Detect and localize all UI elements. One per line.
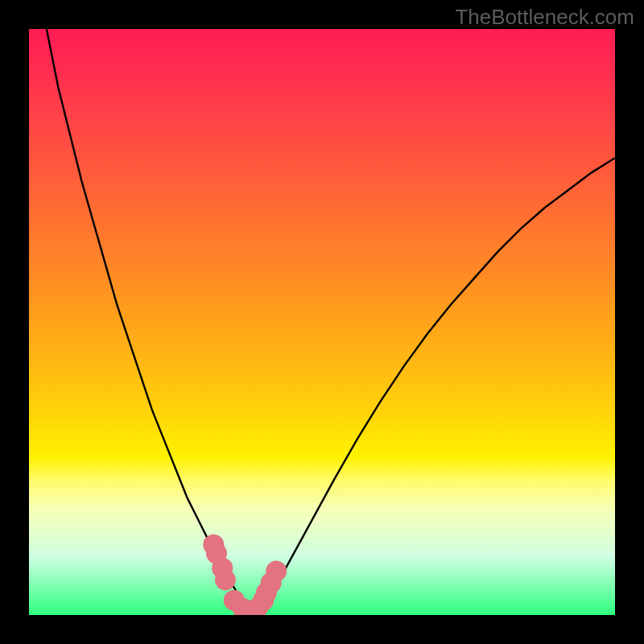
highlight-dot bbox=[215, 569, 236, 590]
watermark-text: TheBottleneck.com bbox=[455, 5, 634, 30]
highlight-dot bbox=[266, 560, 287, 581]
dots-layer bbox=[29, 29, 615, 615]
highlight-dots bbox=[203, 535, 287, 615]
chart-frame: TheBottleneck.com bbox=[0, 0, 644, 644]
plot-area bbox=[29, 29, 615, 615]
